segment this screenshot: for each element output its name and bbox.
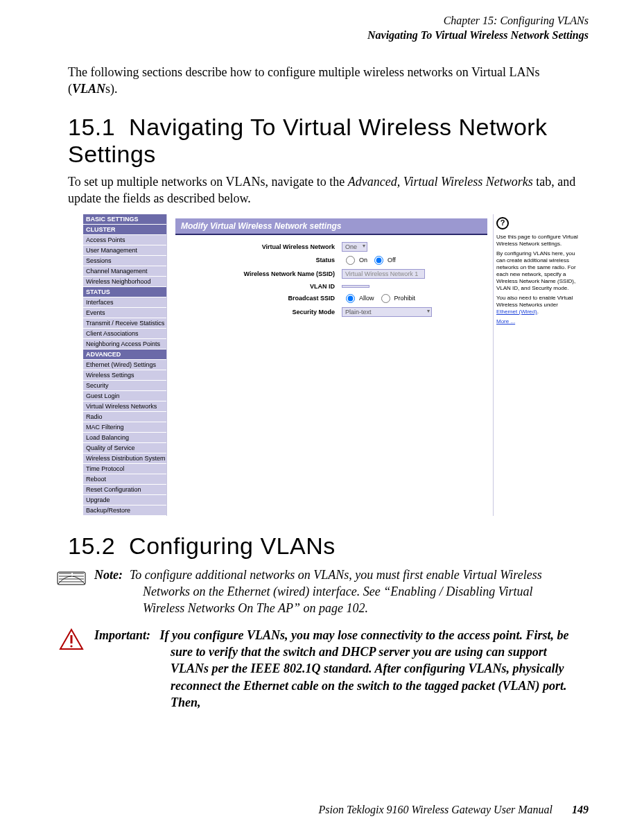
sidebar-item-advanced-9[interactable]: Wireless Distribution System bbox=[83, 453, 166, 464]
security-select[interactable]: Plain-text bbox=[342, 307, 432, 317]
status-off-text: Off bbox=[388, 257, 396, 263]
intro-text-b: s). bbox=[105, 82, 118, 96]
section-15-2-name: Configuring VLANs bbox=[129, 533, 336, 559]
sidebar-item-advanced-0[interactable]: Ethernet (Wired) Settings bbox=[83, 360, 166, 370]
sidebar-item-status-2[interactable]: Transmit / Receive Statistics bbox=[83, 318, 166, 329]
sidebar-item-advanced-3[interactable]: Guest Login bbox=[83, 391, 166, 401]
note-body: To configure additional networks on VLAN… bbox=[130, 568, 542, 616]
section-15-1-title: 15.1 Navigating To Virtual Wireless Netw… bbox=[68, 114, 589, 168]
label-security: Security Mode bbox=[175, 309, 342, 315]
vlanid-input[interactable] bbox=[342, 285, 369, 288]
important-block: Important: If you configure VLANs, you m… bbox=[55, 627, 589, 711]
sidebar-item-advanced-8[interactable]: Quality of Service bbox=[83, 443, 166, 453]
intro-text-a: The following sections describe how to c… bbox=[68, 65, 539, 96]
sidebar-item-cluster-0[interactable]: Access Points bbox=[83, 235, 166, 245]
vwn-select[interactable]: One bbox=[342, 242, 367, 252]
svg-rect-0 bbox=[58, 572, 85, 585]
main-panel: Modify Virtual Wireless Network settings… bbox=[167, 214, 493, 516]
sidebar-item-advanced-7[interactable]: Load Balancing bbox=[83, 433, 166, 443]
ssid-input[interactable]: Virtual Wireless Network 1 bbox=[342, 269, 425, 279]
important-label: Important: bbox=[94, 628, 150, 642]
footer: Psion Teklogix 9160 Wireless Gateway Use… bbox=[319, 804, 589, 816]
important-body: If you configure VLANs, you may lose con… bbox=[160, 628, 569, 709]
sidebar-item-advanced-4[interactable]: Virtual Wireless Networks bbox=[83, 401, 166, 412]
broadcast-allow-radio[interactable] bbox=[346, 294, 355, 303]
sidebar-item-cluster-1[interactable]: User Management bbox=[83, 245, 166, 256]
label-ssid: Wireless Network Name (SSID) bbox=[175, 270, 342, 277]
header-chapter: Chapter 15: Configuring VLANs bbox=[55, 14, 589, 28]
sidebar-item-cluster-4[interactable]: Wireless Neighborhood bbox=[83, 277, 166, 287]
sidebar-item-status-0[interactable]: Interfaces bbox=[83, 297, 166, 308]
ui-screenshot-figure: BASIC SETTINGS CLUSTER Access PointsUser… bbox=[83, 214, 582, 516]
sidebar-item-cluster-3[interactable]: Channel Management bbox=[83, 266, 166, 277]
intro-paragraph: The following sections describe how to c… bbox=[68, 64, 576, 98]
broadcast-prohibit-radio[interactable] bbox=[381, 294, 390, 303]
sidebar-header-basic[interactable]: BASIC SETTINGS bbox=[83, 214, 166, 225]
sidebar-item-status-3[interactable]: Client Associations bbox=[83, 329, 166, 339]
section-15-1-name: Navigating To Virtual Wireless Network S… bbox=[68, 114, 548, 167]
sidebar-header-cluster[interactable]: CLUSTER bbox=[83, 225, 166, 235]
label-status: Status bbox=[175, 257, 342, 263]
sidebar-item-cluster-2[interactable]: Sessions bbox=[83, 256, 166, 266]
sidebar-item-advanced-2[interactable]: Security bbox=[83, 381, 166, 391]
help-p3: You also need to enable Virtual Wireless… bbox=[496, 295, 580, 315]
label-vlanid: VLAN ID bbox=[175, 283, 342, 290]
sidebar: BASIC SETTINGS CLUSTER Access PointsUser… bbox=[83, 214, 167, 516]
help-p2: By configuring VLANs here, you can creat… bbox=[496, 250, 580, 292]
footer-text: Psion Teklogix 9160 Wireless Gateway Use… bbox=[319, 804, 552, 815]
sidebar-item-advanced-6[interactable]: MAC Filtering bbox=[83, 422, 166, 433]
footer-page-number: 149 bbox=[572, 804, 589, 815]
sidebar-item-advanced-11[interactable]: Reboot bbox=[83, 474, 166, 485]
help-p3b: . bbox=[537, 309, 539, 315]
note-block: Note:To configure additional networks on… bbox=[55, 567, 589, 617]
sidebar-item-advanced-14[interactable]: Backup/Restore bbox=[83, 505, 166, 516]
main-title-underline bbox=[175, 234, 487, 235]
note-icon bbox=[55, 567, 87, 587]
sidebar-item-advanced-13[interactable]: Upgrade bbox=[83, 495, 166, 505]
note-label: Note: bbox=[94, 568, 123, 582]
sidebar-item-advanced-10[interactable]: Time Protocol bbox=[83, 464, 166, 474]
help-p3a: You also need to enable Virtual Wireless… bbox=[496, 295, 573, 308]
broadcast-allow-text: Allow bbox=[359, 295, 374, 302]
important-icon bbox=[55, 627, 87, 650]
sidebar-item-status-1[interactable]: Events bbox=[83, 308, 166, 318]
sidebar-header-status[interactable]: STATUS bbox=[83, 287, 166, 297]
s1-body-a: To set up multiple networks on VLANs, na… bbox=[68, 175, 348, 189]
svg-point-3 bbox=[70, 645, 72, 647]
status-off-radio[interactable] bbox=[374, 256, 383, 265]
section-15-2-title: 15.2 Configuring VLANs bbox=[68, 533, 589, 560]
section-15-1-num: 15.1 bbox=[68, 114, 115, 140]
help-panel: ? Use this page to configure Virtual Wir… bbox=[493, 214, 582, 516]
status-on-text: On bbox=[359, 257, 367, 263]
label-broadcast: Broadcast SSID bbox=[175, 295, 342, 302]
status-on-radio[interactable] bbox=[346, 256, 355, 265]
sidebar-item-advanced-12[interactable]: Reset Configuration bbox=[83, 485, 166, 495]
section-15-1-body: To set up multiple networks on VLANs, na… bbox=[68, 173, 576, 207]
header-section: Navigating To Virtual Wireless Network S… bbox=[55, 28, 589, 43]
running-header: Chapter 15: Configuring VLANs Navigating… bbox=[55, 14, 589, 43]
help-ethernet-link[interactable]: Ethernet (Wired) bbox=[496, 309, 537, 315]
section-15-2-num: 15.2 bbox=[68, 533, 115, 559]
s1-body-em: Advanced, Virtual Wireless Networks bbox=[348, 175, 533, 189]
sidebar-header-advanced[interactable]: ADVANCED bbox=[83, 349, 166, 360]
sidebar-item-advanced-1[interactable]: Wireless Settings bbox=[83, 370, 166, 381]
help-more-link[interactable]: More ... bbox=[496, 318, 515, 325]
intro-vlan-em: VLAN bbox=[72, 82, 105, 96]
sidebar-item-status-4[interactable]: Neighboring Access Points bbox=[83, 339, 166, 349]
help-icon: ? bbox=[496, 217, 509, 230]
help-p1: Use this page to configure Virtual Wirel… bbox=[496, 234, 580, 248]
label-vwn: Virtual Wireless Network bbox=[175, 243, 342, 250]
broadcast-prohibit-text: Prohibit bbox=[394, 295, 416, 302]
main-title-bar: Modify Virtual Wireless Network settings bbox=[175, 218, 487, 234]
sidebar-item-advanced-5[interactable]: Radio bbox=[83, 412, 166, 422]
